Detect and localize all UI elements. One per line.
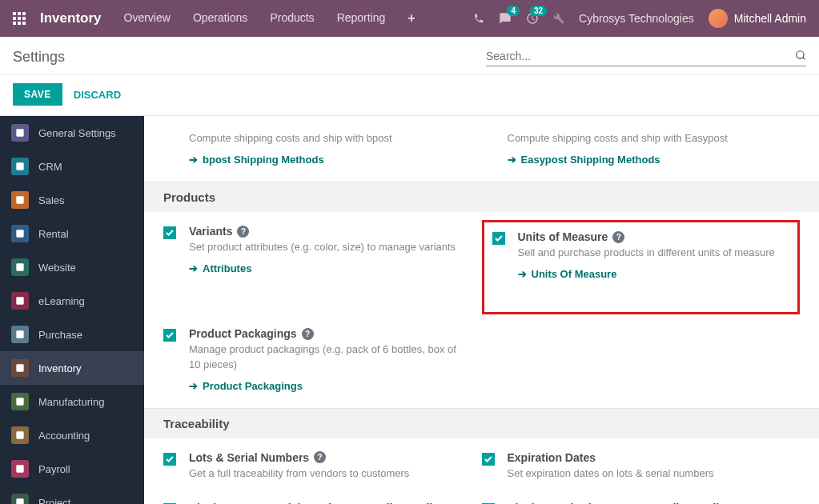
sidebar-item-label: Manufacturing	[38, 396, 104, 408]
sidebar-icon	[11, 124, 29, 142]
company-name[interactable]: Cybrosys Technologies	[579, 12, 694, 25]
sidebar-item-rental[interactable]: Rental	[0, 217, 144, 250]
expiration-checkbox[interactable]	[482, 453, 495, 466]
arrow-right-icon: ➔	[189, 154, 198, 166]
navbar-brand[interactable]: Inventory	[40, 10, 102, 26]
lots-title: Lots & Serial Numbers	[189, 451, 309, 464]
svg-rect-0	[13, 12, 16, 15]
svg-rect-12	[16, 162, 23, 170]
help-icon[interactable]: ?	[612, 231, 624, 243]
packagings-link[interactable]: ➔Product Packagings	[189, 380, 474, 392]
traceability-row-2: Display Lots & Serial Numbers on Deliver…	[144, 497, 819, 504]
search-icon[interactable]	[795, 50, 806, 63]
lots-block: Lots & Serial Numbers? Get a full tracea…	[163, 446, 482, 489]
tools-icon[interactable]	[553, 13, 564, 24]
sidebar-item-manufacturing[interactable]: Manufacturing	[0, 385, 144, 418]
sidebar-item-payroll[interactable]: Payroll	[0, 452, 144, 486]
expiration-title: Expiration Dates	[508, 451, 596, 464]
svg-rect-18	[16, 364, 23, 371]
svg-rect-15	[16, 263, 23, 270]
apps-icon[interactable]	[13, 12, 26, 25]
sidebar-item-project[interactable]: Project	[0, 486, 144, 504]
help-icon[interactable]: ?	[237, 226, 249, 238]
nav-operations[interactable]: Operations	[193, 11, 247, 26]
arrow-right-icon: ➔	[518, 268, 527, 280]
uom-title: Units of Measure	[518, 230, 608, 243]
traceability-header: Traceability	[144, 408, 819, 438]
svg-rect-19	[16, 398, 23, 405]
sidebar-item-purchase[interactable]: Purchase	[0, 318, 144, 351]
activities-icon[interactable]: 32	[526, 12, 539, 25]
svg-rect-20	[16, 431, 23, 438]
packagings-title: Product Packagings	[189, 327, 297, 340]
sidebar-icon	[11, 258, 29, 276]
sidebar-item-label: Inventory	[38, 362, 81, 374]
sidebar-item-sales[interactable]: Sales	[0, 183, 144, 217]
phone-icon[interactable]	[473, 13, 484, 24]
arrow-right-icon: ➔	[508, 154, 516, 166]
nav-overview[interactable]: Overview	[124, 11, 171, 26]
packagings-checkbox[interactable]	[163, 329, 176, 342]
sidebar-icon	[11, 191, 29, 209]
display-lots-block: Display Lots & Serial Numbers on Deliver…	[163, 497, 482, 504]
messaging-icon[interactable]: 4	[499, 12, 512, 25]
nav-products[interactable]: Products	[270, 11, 314, 26]
svg-rect-16	[16, 297, 23, 304]
main-container: General SettingsCRMSalesRentalWebsiteeLe…	[0, 115, 819, 504]
sidebar-item-accounting[interactable]: Accounting	[0, 418, 144, 452]
sidebar-icon	[11, 225, 29, 242]
svg-rect-8	[22, 22, 26, 25]
sidebar-item-elearning[interactable]: eLearning	[0, 284, 144, 318]
packagings-block: Product Packagings? Manage product packa…	[163, 322, 482, 399]
user-name: Mitchell Admin	[734, 12, 806, 25]
save-button[interactable]: SAVE	[13, 83, 62, 106]
messaging-badge: 4	[507, 6, 520, 16]
control-buttons: SAVE DISCARD	[0, 75, 819, 115]
sidebar-item-crm[interactable]: CRM	[0, 150, 144, 183]
sidebar-icon	[11, 158, 29, 175]
uom-block: Units of Measure? Sell and purchase prod…	[482, 220, 801, 314]
easypost-link[interactable]: ➔ Easypost Shipping Methods	[508, 154, 793, 166]
attributes-link[interactable]: ➔Attributes	[189, 262, 474, 274]
nav-new[interactable]: +	[407, 11, 415, 26]
sidebar-item-label: Payroll	[38, 463, 70, 475]
display-exp-block: Display Expiration Dates on Delivery Sli…	[482, 497, 801, 504]
sidebar-item-inventory[interactable]: Inventory	[0, 351, 144, 385]
sidebar-item-general-settings[interactable]: General Settings	[0, 116, 144, 150]
uom-checkbox[interactable]	[492, 232, 505, 245]
sidebar-item-label: Accounting	[38, 430, 90, 442]
expiration-block: Expiration Dates Set expiration dates on…	[482, 446, 801, 489]
variants-desc: Set product attributes (e.g. color, size…	[189, 240, 474, 254]
products-row-2: Product Packagings? Manage product packa…	[144, 322, 819, 407]
settings-content: Compute shipping costs and ship with bpo…	[144, 116, 819, 504]
products-header: Products	[144, 182, 819, 212]
nav-reporting[interactable]: Reporting	[337, 11, 386, 26]
svg-rect-3	[13, 17, 16, 20]
svg-rect-22	[16, 498, 23, 504]
lots-checkbox[interactable]	[163, 453, 176, 466]
sidebar-item-website[interactable]: Website	[0, 250, 144, 284]
svg-rect-4	[18, 17, 21, 20]
svg-rect-2	[22, 12, 26, 15]
sidebar-item-label: Rental	[38, 228, 69, 240]
uom-link[interactable]: ➔Units Of Measure	[518, 268, 790, 280]
svg-rect-7	[18, 22, 21, 25]
activities-badge: 32	[530, 6, 547, 16]
arrow-right-icon: ➔	[189, 262, 198, 274]
variants-checkbox[interactable]	[163, 226, 176, 239]
traceability-row-1: Lots & Serial Numbers? Get a full tracea…	[144, 438, 819, 497]
shipping-row: Compute shipping costs and ship with bpo…	[144, 116, 819, 182]
svg-line-10	[803, 57, 805, 59]
user-menu[interactable]: Mitchell Admin	[709, 9, 806, 28]
bpost-link[interactable]: ➔ bpost Shipping Methods	[189, 154, 474, 166]
help-icon[interactable]: ?	[314, 451, 326, 463]
main-navbar: Inventory Overview Operations Products R…	[0, 0, 819, 37]
sidebar-icon	[11, 393, 29, 410]
sidebar-item-label: Sales	[38, 194, 65, 206]
svg-rect-21	[16, 465, 23, 472]
discard-button[interactable]: DISCARD	[74, 89, 121, 101]
help-icon[interactable]: ?	[302, 328, 314, 340]
search-input[interactable]	[486, 48, 795, 64]
sidebar-item-label: CRM	[38, 161, 62, 173]
search-box[interactable]	[486, 48, 806, 66]
